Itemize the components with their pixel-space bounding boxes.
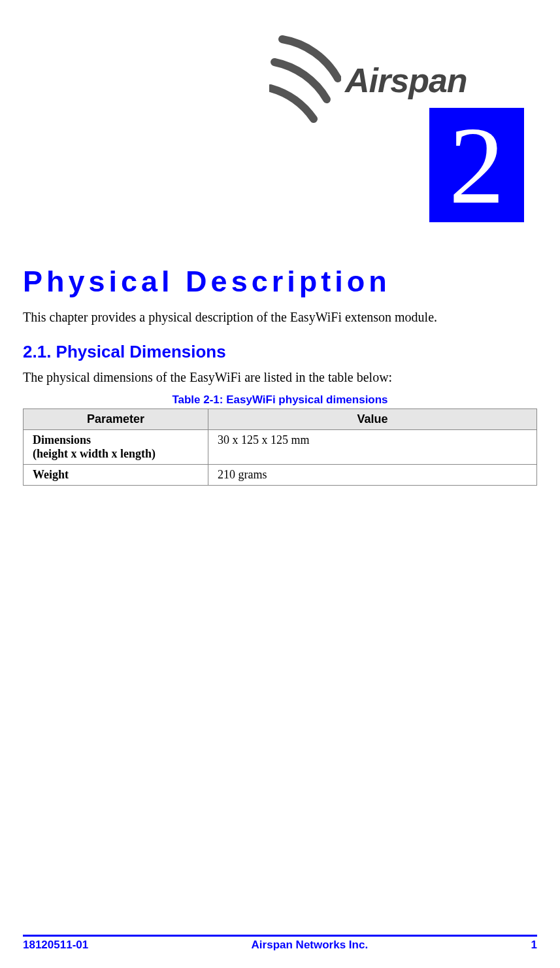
section-heading: 2.1. Physical Dimensions (23, 342, 537, 362)
table-cell-param: Weight (24, 465, 208, 486)
footer-company: Airspan Networks Inc. (252, 939, 369, 952)
table-cell-value: 30 x 125 x 125 mm (208, 430, 536, 465)
page-footer: 18120511-01 Airspan Networks Inc. 1 (23, 935, 537, 952)
param-line2: (height x width x length) (33, 447, 156, 460)
intro-paragraph: This chapter provides a physical descrip… (23, 309, 537, 325)
table-cell-value: 210 grams (208, 465, 536, 486)
footer-doc-number: 18120511-01 (23, 939, 88, 952)
brand-name: Airspan (345, 61, 467, 100)
table-caption: Table 2-1: EasyWiFi physical dimensions (23, 393, 537, 407)
chapter-number-box: 2 (429, 108, 524, 222)
physical-dimensions-table: Parameter Value Dimensions (height x wid… (23, 409, 537, 486)
table-row: Weight 210 grams (24, 465, 537, 486)
footer-page-number: 1 (531, 939, 537, 952)
table-header-value: Value (208, 409, 536, 430)
param-line1: Dimensions (33, 433, 91, 446)
table-header-parameter: Parameter (24, 409, 208, 430)
chapter-number: 2 (449, 110, 504, 221)
header-area: Airspan 2 (23, 33, 537, 235)
table-header-row: Parameter Value (24, 409, 537, 430)
brand-logo-arcs-icon (269, 33, 341, 127)
table-row: Dimensions (height x width x length) 30 … (24, 430, 537, 465)
chapter-title: Physical Description (23, 265, 537, 299)
section-intro: The physical dimensions of the EasyWiFi … (23, 369, 537, 386)
param-line1: Weight (33, 468, 69, 481)
table-cell-param: Dimensions (height x width x length) (24, 430, 208, 465)
